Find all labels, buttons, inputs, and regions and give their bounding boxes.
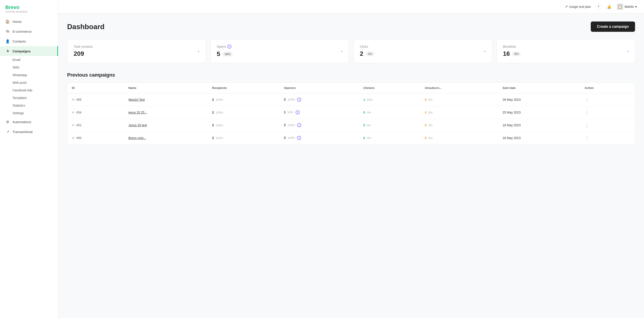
campaign-id: #51 bbox=[76, 123, 82, 127]
sidebar-item-contacts[interactable]: 👤 Contacts bbox=[0, 36, 58, 46]
td-clickers: 1 50% bbox=[359, 93, 420, 106]
td-id: ✉ #51 bbox=[67, 119, 124, 132]
sidebar-item-label: Automations bbox=[12, 120, 31, 124]
sidebar-item-home[interactable]: 🏠 Home bbox=[0, 17, 58, 27]
campaign-name-link[interactable]: New10 Test bbox=[128, 98, 145, 101]
sent-date: 25 May 2023 bbox=[502, 111, 521, 114]
main-content: Dashboard Create a campaign Total contac… bbox=[58, 14, 644, 318]
td-unsub: 0 0% bbox=[420, 119, 498, 132]
openers-pct: 100% bbox=[288, 98, 295, 101]
sidebar-item-transactional[interactable]: ↗ Transactional bbox=[0, 127, 58, 137]
stat-card-opens[interactable]: Opens i 5 38% › bbox=[210, 39, 349, 63]
transactional-icon: ↗ bbox=[5, 129, 10, 134]
td-action: ⋮ bbox=[580, 119, 635, 132]
col-id: ID bbox=[67, 83, 124, 93]
logo: Brevo Formerly sendinblue bbox=[0, 0, 58, 17]
row-action-button[interactable]: ⋮ bbox=[585, 123, 589, 128]
user-menu[interactable]: 📋 Metrilo ▾ bbox=[617, 4, 637, 10]
usage-and-plan[interactable]: ↗ Usage and plan bbox=[565, 5, 591, 9]
arrow-right-icon: › bbox=[198, 49, 200, 54]
stat-card-blocklists[interactable]: Blocklists 16 8% › bbox=[496, 39, 635, 63]
openers-info-icon: i bbox=[296, 110, 300, 114]
chevron-down-icon: ▾ bbox=[635, 5, 637, 9]
stat-value-row: 209 bbox=[74, 50, 93, 57]
sent-date: 16 May 2023 bbox=[502, 136, 521, 140]
help-button[interactable]: ? bbox=[596, 4, 602, 10]
sidebar-item-ecommerce[interactable]: 🛍 E-commerce bbox=[0, 27, 58, 36]
usage-label: Usage and plan bbox=[569, 5, 591, 9]
automations-icon: ⚙ bbox=[5, 120, 10, 124]
home-icon: 🏠 bbox=[5, 19, 10, 24]
td-action: ⋮ bbox=[580, 93, 635, 106]
sidebar-item-facebook-ads[interactable]: Facebook Ads bbox=[12, 86, 58, 94]
user-avatar: 📋 bbox=[617, 4, 623, 10]
campaigns-table: ID Name Recipients Openers Clickers Unsu… bbox=[67, 83, 635, 144]
openers-info-icon: i bbox=[297, 136, 301, 140]
contacts-icon: 👤 bbox=[5, 39, 10, 44]
unsub-count: 0 bbox=[425, 111, 426, 114]
previous-campaigns-section: Previous campaigns ID Name Recipients Op… bbox=[67, 72, 635, 144]
openers-count: 1 bbox=[284, 110, 286, 114]
clickers-pct: 0% bbox=[367, 136, 371, 140]
sidebar-item-campaigns[interactable]: ✈ Campaigns bbox=[0, 46, 58, 56]
stat-value: 2 bbox=[360, 50, 364, 57]
clickers-count: 0 bbox=[364, 123, 365, 127]
td-sent-date: 25 May 2023 bbox=[498, 106, 580, 119]
sidebar-item-templates[interactable]: Templates bbox=[12, 94, 58, 102]
col-sent-date: Sent date bbox=[498, 83, 580, 93]
sidebar-item-label: Campaigns bbox=[12, 49, 31, 53]
td-id: ✉ #50 bbox=[67, 132, 124, 144]
section-title: Previous campaigns bbox=[67, 72, 635, 78]
page-header: Dashboard Create a campaign bbox=[67, 22, 635, 32]
stat-label: Clicks bbox=[360, 45, 374, 48]
sidebar-item-label: E-commerce bbox=[12, 30, 32, 33]
recipients-pct: 100% bbox=[216, 124, 223, 127]
campaign-name-link[interactable]: Jesus 20 test bbox=[128, 123, 147, 127]
openers-pct: 100% bbox=[288, 136, 295, 140]
row-action-button[interactable]: ⋮ bbox=[585, 97, 589, 102]
unsub-pct: 0% bbox=[428, 124, 432, 127]
sidebar-item-automations[interactable]: ⚙ Automations bbox=[0, 117, 58, 127]
sidebar-item-sms[interactable]: SMS bbox=[12, 64, 58, 71]
td-unsub: 0 0% bbox=[420, 106, 498, 119]
recipients-pct: 100% bbox=[216, 111, 223, 114]
page-title: Dashboard bbox=[67, 23, 104, 31]
sidebar-item-whatsapp[interactable]: WhatsApp bbox=[12, 71, 58, 79]
td-action: ⋮ bbox=[580, 106, 635, 119]
col-unsub: Unsubscri... bbox=[420, 83, 498, 93]
campaigns-icon: ✈ bbox=[5, 49, 10, 53]
campaigns-submenu: Email SMS WhatsApp Web push Facebook Ads… bbox=[0, 56, 58, 117]
stat-card-clicks[interactable]: Clicks 2 1% › bbox=[353, 39, 492, 63]
campaign-name-link[interactable]: jesus 20 25... bbox=[128, 111, 147, 114]
sidebar-item-settings[interactable]: Settings bbox=[12, 109, 58, 117]
td-clickers: 0 0% bbox=[359, 106, 420, 119]
email-icon: ✉ bbox=[72, 111, 74, 114]
create-campaign-button[interactable]: Create a campaign bbox=[591, 22, 635, 32]
sidebar-item-statistics[interactable]: Statistics bbox=[12, 102, 58, 109]
stat-value-row: 16 8% bbox=[503, 50, 521, 57]
notifications-button[interactable]: 🔔 bbox=[606, 4, 612, 10]
sidebar-item-email[interactable]: Email bbox=[12, 56, 58, 64]
stat-value: 5 bbox=[217, 50, 220, 58]
brand-tagline: Formerly sendinblue bbox=[5, 10, 52, 13]
stat-value: 16 bbox=[503, 50, 510, 57]
row-action-button[interactable]: ⋮ bbox=[585, 135, 589, 141]
col-clickers: Clickers bbox=[359, 83, 420, 93]
stat-card-total-contacts[interactable]: Total contacts 209 › bbox=[67, 39, 206, 63]
topbar: ↗ Usage and plan ? 🔔 📋 Metrilo ▾ bbox=[58, 0, 644, 14]
openers-info-icon: i bbox=[297, 123, 301, 127]
td-unsub: 0 0% bbox=[420, 93, 498, 106]
td-name: Brevo uniq... bbox=[124, 132, 208, 144]
arrow-right-icon: › bbox=[627, 49, 628, 54]
row-action-button[interactable]: ⋮ bbox=[585, 110, 589, 115]
user-name: Metrilo bbox=[624, 5, 634, 9]
openers-pct: 50% bbox=[288, 111, 293, 114]
openers-info-icon: i bbox=[297, 98, 301, 102]
td-unsub: 0 0% bbox=[420, 132, 498, 144]
campaign-name-link[interactable]: Brevo uniq... bbox=[128, 136, 146, 140]
clickers-pct: 0% bbox=[367, 111, 371, 114]
td-sent-date: 16 May 2023 bbox=[498, 119, 580, 132]
unsub-count: 0 bbox=[425, 123, 426, 127]
sidebar-item-webpush[interactable]: Web push bbox=[12, 79, 58, 86]
campaigns-table-container: ID Name Recipients Openers Clickers Unsu… bbox=[67, 82, 635, 144]
